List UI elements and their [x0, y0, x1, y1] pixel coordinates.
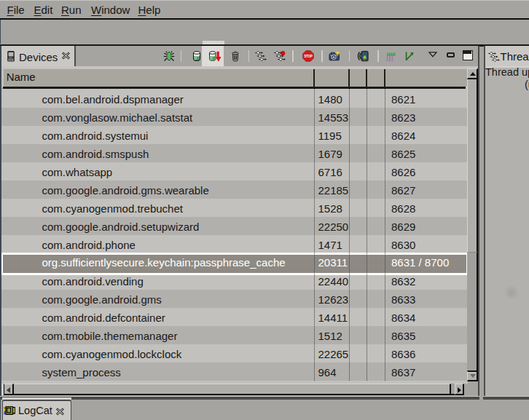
- svg-text:STOP: STOP: [304, 55, 313, 58]
